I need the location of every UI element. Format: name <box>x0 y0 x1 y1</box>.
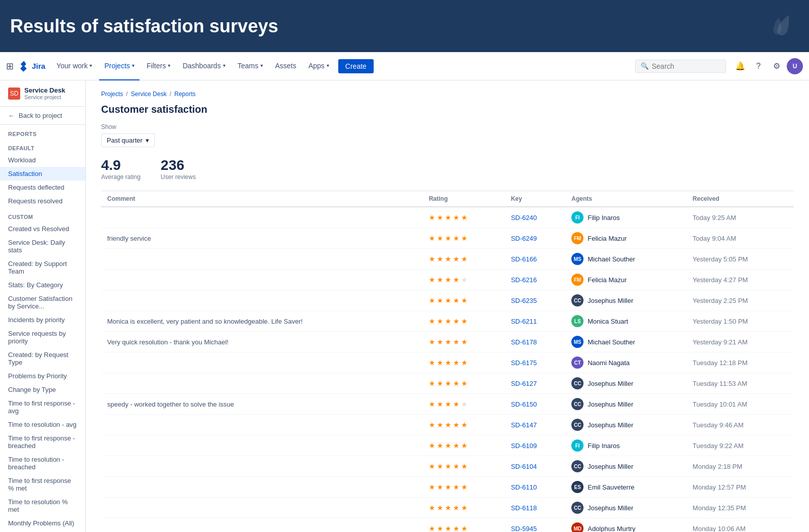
sidebar-item-satisfaction[interactable]: Satisfaction <box>0 167 85 181</box>
nav-projects[interactable]: Projects▾ <box>99 52 140 80</box>
sidebar-item-stats-by-category[interactable]: Stats: By Category <box>0 278 85 292</box>
table-row: ★★★★★SD-6127 CC Josephus Miller Tuesday … <box>101 373 794 394</box>
cell-key[interactable]: SD-6249 <box>505 228 565 249</box>
sidebar-item-time-first-response-pct[interactable]: Time to first response % met <box>0 474 85 495</box>
star-filled: ★ <box>453 524 460 532</box>
jira-logo[interactable]: Jira <box>18 60 46 72</box>
sidebar-item-monthly-problems[interactable]: Monthly Problems (All) <box>0 516 85 530</box>
cell-key[interactable]: SD-6104 <box>505 456 565 477</box>
star-filled: ★ <box>453 213 460 221</box>
star-filled: ★ <box>429 338 436 346</box>
key-link[interactable]: SD-6104 <box>511 463 536 470</box>
key-link[interactable]: SD-6240 <box>511 214 536 221</box>
cell-comment <box>101 290 423 311</box>
period-select[interactable]: Past quarter ▾ <box>101 134 155 147</box>
sidebar-item-new-report[interactable]: New report <box>0 530 85 532</box>
nav-filters[interactable]: Filters▾ <box>142 52 175 80</box>
cell-rating: ★★★★★ <box>423 477 505 498</box>
key-link[interactable]: SD-6211 <box>511 318 536 325</box>
cell-key[interactable]: SD-6235 <box>505 290 565 311</box>
key-link[interactable]: SD-6249 <box>511 235 536 242</box>
key-link[interactable]: SD-5945 <box>511 525 536 533</box>
agent-name: Josephus Miller <box>588 421 633 429</box>
breadcrumb-projects[interactable]: Projects <box>101 91 123 98</box>
cell-key[interactable]: SD-6110 <box>505 477 565 498</box>
search-input[interactable] <box>652 62 717 70</box>
cell-key[interactable]: SD-6211 <box>505 311 565 332</box>
notifications-icon[interactable]: 🔔 <box>732 58 748 74</box>
sidebar-item-problems-by-priority[interactable]: Problems by Priority <box>0 369 85 383</box>
key-link[interactable]: SD-6150 <box>511 401 536 408</box>
cell-agent: CT Naomi Nagata <box>565 352 687 373</box>
nav-assets[interactable]: Assets <box>270 52 301 80</box>
star-filled: ★ <box>437 379 444 387</box>
key-link[interactable]: SD-6147 <box>511 421 536 429</box>
sidebar-item-time-resolution-pct[interactable]: Time to resolution % met <box>0 495 85 516</box>
sidebar-item-service-requests[interactable]: Service requests by priority <box>0 327 85 348</box>
sidebar-item-csat-by-service[interactable]: Customer Satisfaction by Service... <box>0 292 85 313</box>
nav-your-work[interactable]: Your work▾ <box>52 52 98 80</box>
cell-comment <box>101 498 423 518</box>
agent-avatar: CC <box>571 294 583 306</box>
sidebar-item-time-resolution-avg[interactable]: Time to resolution - avg <box>0 418 85 431</box>
star-filled: ★ <box>445 483 452 491</box>
sidebar-item-time-first-response-avg[interactable]: Time to first response - avg <box>0 396 85 418</box>
sidebar-item-requests-resolved[interactable]: Requests resolved <box>0 194 85 208</box>
star-filled: ★ <box>429 359 436 367</box>
cell-key[interactable]: SD-6147 <box>505 415 565 435</box>
settings-icon[interactable]: ⚙ <box>769 58 785 74</box>
help-icon[interactable]: ? <box>750 58 767 74</box>
nav-dashboards[interactable]: Dashboards▾ <box>177 52 231 80</box>
key-link[interactable]: SD-6235 <box>511 297 536 304</box>
sidebar-item-created-vs-resolved[interactable]: Created vs Resolved <box>0 222 85 236</box>
nav-apps[interactable]: Apps▾ <box>303 52 334 80</box>
sidebar-item-incidents-by-priority[interactable]: Incidents by priority <box>0 313 85 327</box>
key-link[interactable]: SD-6175 <box>511 359 536 367</box>
key-link[interactable]: SD-6216 <box>511 276 536 284</box>
cell-key[interactable]: SD-6178 <box>505 332 565 352</box>
back-to-project[interactable]: ← Back to project <box>0 107 85 125</box>
key-link[interactable]: SD-6166 <box>511 255 536 263</box>
agent-avatar: CC <box>571 502 583 514</box>
sidebar-item-time-first-response-breached[interactable]: Time to first response - breached <box>0 431 85 453</box>
sidebar-item-daily-stats[interactable]: Service Desk: Daily stats <box>0 236 85 257</box>
sidebar-item-created-by-request-type[interactable]: Created: by Request Type <box>0 348 85 369</box>
cell-key[interactable]: SD-6109 <box>505 435 565 456</box>
banner-title: Results of satisfaction surveys <box>10 16 278 37</box>
sidebar-item-time-resolution-breached[interactable]: Time to resolution - breached <box>0 453 85 474</box>
sidebar-item-change-by-type[interactable]: Change by Type <box>0 383 85 396</box>
cell-comment <box>101 207 423 228</box>
cell-received: Monday 12:35 PM <box>687 498 794 518</box>
cell-key[interactable]: SD-6166 <box>505 249 565 270</box>
sidebar-item-requests-deflected[interactable]: Requests deflected <box>0 181 85 194</box>
cell-key[interactable]: SD-6240 <box>505 207 565 228</box>
key-link[interactable]: SD-6118 <box>511 504 536 512</box>
cell-key[interactable]: SD-5945 <box>505 518 565 533</box>
star-filled: ★ <box>437 296 444 304</box>
cell-agent: CC Josephus Miller <box>565 415 687 435</box>
cell-key[interactable]: SD-6175 <box>505 352 565 373</box>
nav-teams[interactable]: Teams▾ <box>233 52 268 80</box>
key-link[interactable]: SD-6127 <box>511 380 536 387</box>
sidebar-item-workload[interactable]: Workload <box>0 153 85 167</box>
create-button[interactable]: Create <box>338 59 374 73</box>
grid-icon[interactable]: ⊞ <box>6 61 14 72</box>
cell-key[interactable]: SD-6118 <box>505 498 565 518</box>
cell-rating: ★★★★★ <box>423 456 505 477</box>
agent-name: Monica Stuart <box>588 318 628 325</box>
cell-key[interactable]: SD-6127 <box>505 373 565 394</box>
main-content: Projects / Service Desk / Reports Custom… <box>86 80 809 532</box>
key-link[interactable]: SD-6178 <box>511 338 536 346</box>
breadcrumb-reports[interactable]: Reports <box>174 91 196 98</box>
star-filled: ★ <box>453 255 460 263</box>
star-filled: ★ <box>429 400 436 408</box>
cell-agent: CC Josephus Miller <box>565 290 687 311</box>
user-avatar[interactable]: U <box>787 58 803 74</box>
cell-key[interactable]: SD-6150 <box>505 394 565 415</box>
search-box[interactable]: 🔍 <box>635 60 726 73</box>
cell-key[interactable]: SD-6216 <box>505 270 565 290</box>
key-link[interactable]: SD-6109 <box>511 442 536 450</box>
sidebar-item-created-by-support[interactable]: Created: by Support Team <box>0 257 85 278</box>
key-link[interactable]: SD-6110 <box>511 483 536 491</box>
breadcrumb-service-desk[interactable]: Service Desk <box>131 91 167 98</box>
